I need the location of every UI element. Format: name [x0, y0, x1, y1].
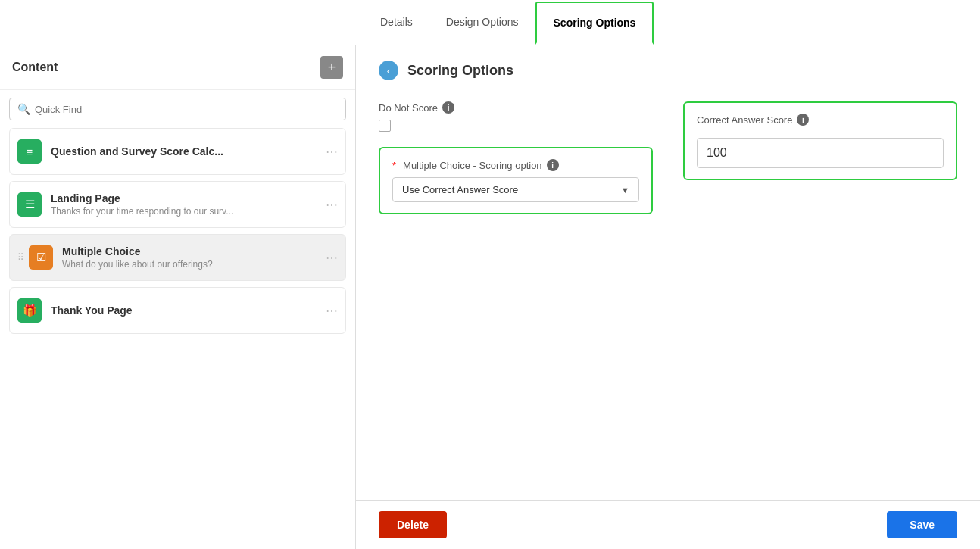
sidebar-item-multiple-choice[interactable]: ⠿ ☑ Multiple Choice What do you like abo… — [9, 234, 346, 281]
multiple-choice-dropdown[interactable]: Use Correct Answer Score ▼ — [392, 177, 639, 202]
correct-answer-score-input[interactable] — [697, 138, 944, 168]
add-item-button[interactable]: + — [320, 56, 343, 79]
sidebar-list: ≡ Question and Survey Score Calc... ⋯ ☰ … — [0, 128, 355, 340]
multiple-choice-title: Multiple Choice — [62, 245, 326, 257]
save-button[interactable]: Save — [887, 511, 957, 538]
scoring-body: Do Not Score i * Multiple Choice - Scori… — [379, 101, 957, 214]
sidebar-title: Content — [12, 61, 58, 74]
delete-button[interactable]: Delete — [379, 511, 447, 538]
item-menu-landing[interactable]: ⋯ — [326, 198, 338, 212]
sidebar-header: Content + — [0, 45, 355, 90]
search-icon: 🔍 — [17, 103, 30, 115]
multiple-choice-icon: ☑ — [29, 245, 53, 270]
multiple-choice-subtitle: What do you like about our offerings? — [62, 259, 326, 270]
multiple-choice-info-icon[interactable]: i — [547, 159, 559, 171]
multiple-choice-scoring-box: * Multiple Choice - Scoring option i Use… — [379, 147, 653, 214]
correct-answer-score-label: Correct Answer Score i — [697, 114, 944, 126]
tab-details[interactable]: Details — [364, 2, 429, 44]
survey-score-icon: ≡ — [17, 139, 42, 164]
landing-page-subtitle: Thanks for your time responding to our s… — [51, 206, 326, 217]
correct-answer-score-box: Correct Answer Score i — [683, 101, 957, 180]
drag-handle-icon: ⠿ — [17, 252, 24, 263]
tab-design-options[interactable]: Design Options — [429, 2, 535, 44]
sidebar: Content + 🔍 ≡ Question and Survey Score … — [0, 45, 356, 549]
item-menu-thank-you[interactable]: ⋯ — [326, 304, 338, 318]
scoring-panel: ‹ Scoring Options Do Not Score i — [356, 45, 980, 500]
item-menu-multiple-choice[interactable]: ⋯ — [326, 251, 338, 265]
do-not-score-checkbox[interactable] — [379, 120, 391, 132]
tab-bar: Details Design Options Scoring Options — [0, 0, 980, 45]
sidebar-item-survey-score-calc[interactable]: ≡ Question and Survey Score Calc... ⋯ — [9, 128, 346, 175]
back-button[interactable]: ‹ — [379, 61, 398, 80]
do-not-score-label: Do Not Score i — [379, 101, 653, 114]
thank-you-icon: 🎁 — [17, 298, 42, 323]
thank-you-title: Thank You Page — [51, 304, 326, 317]
scoring-left-col: Do Not Score i * Multiple Choice - Scori… — [379, 101, 653, 214]
item-menu-survey[interactable]: ⋯ — [326, 145, 338, 159]
scoring-panel-title: Scoring Options — [407, 63, 513, 79]
do-not-score-info-icon[interactable]: i — [442, 101, 454, 114]
content-area: ‹ Scoring Options Do Not Score i — [356, 45, 980, 549]
scoring-panel-header: ‹ Scoring Options — [379, 61, 957, 80]
survey-score-title: Question and Survey Score Calc... — [51, 145, 326, 158]
main-layout: Content + 🔍 ≡ Question and Survey Score … — [0, 45, 980, 549]
landing-page-icon: ☰ — [17, 192, 42, 217]
search-input[interactable] — [35, 104, 338, 115]
correct-answer-info-icon[interactable]: i — [797, 114, 809, 126]
search-box[interactable]: 🔍 — [9, 98, 346, 120]
sidebar-item-thank-you[interactable]: 🎁 Thank You Page ⋯ — [9, 287, 346, 334]
landing-page-title: Landing Page — [51, 192, 326, 204]
scoring-right-col: Correct Answer Score i — [683, 101, 957, 180]
multiple-choice-selected-value: Use Correct Answer Score — [402, 184, 518, 195]
footer: Delete Save — [356, 500, 980, 549]
sidebar-item-landing-page[interactable]: ☰ Landing Page Thanks for your time resp… — [9, 181, 346, 228]
required-star: * — [392, 160, 396, 171]
dropdown-arrow-icon: ▼ — [621, 186, 629, 195]
tab-scoring-options[interactable]: Scoring Options — [535, 2, 654, 45]
multiple-choice-scoring-label: * Multiple Choice - Scoring option i — [392, 159, 639, 171]
